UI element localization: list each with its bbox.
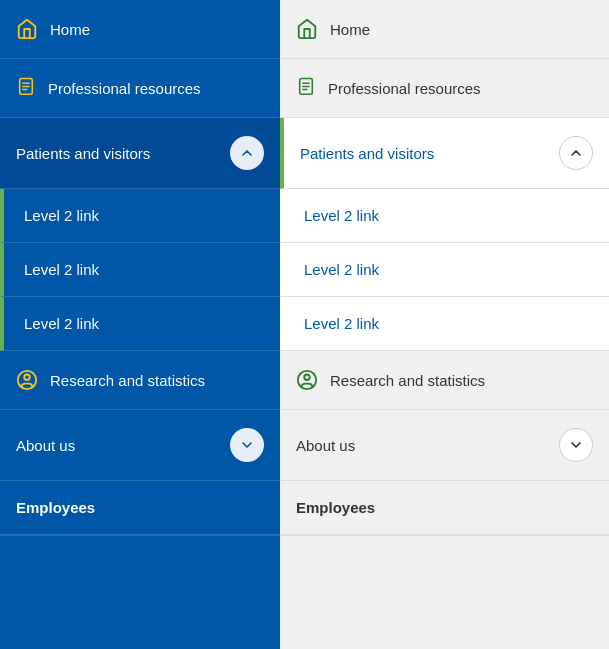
- level2-2-label: Level 2 link: [24, 261, 99, 278]
- right-employees-label: Employees: [296, 499, 375, 516]
- about-us-chevron-down[interactable]: [230, 428, 264, 462]
- employees-label: Employees: [16, 499, 95, 516]
- left-nav-level2-2[interactable]: Level 2 link: [0, 243, 280, 297]
- right-navigation: Home Professional resources Patients and…: [280, 0, 609, 649]
- right-about-us-label: About us: [296, 437, 559, 454]
- right-person-circle-icon: [296, 369, 318, 391]
- left-nav-professional-resources[interactable]: Professional resources: [0, 59, 280, 118]
- right-document-icon: [296, 77, 316, 99]
- right-patients-visitors-chevron-up[interactable]: [559, 136, 593, 170]
- level2-1-label: Level 2 link: [24, 207, 99, 224]
- home-label: Home: [50, 21, 264, 38]
- left-bottom-space: [0, 535, 280, 595]
- patients-visitors-chevron-up[interactable]: [230, 136, 264, 170]
- left-nav-home[interactable]: Home: [0, 0, 280, 59]
- right-nav-level2-1[interactable]: Level 2 link: [280, 189, 609, 243]
- professional-resources-label: Professional resources: [48, 80, 264, 97]
- left-navigation: Home Professional resources Patients and…: [0, 0, 280, 649]
- right-home-icon: [296, 18, 318, 40]
- person-circle-icon: [16, 369, 38, 391]
- left-nav-research-statistics[interactable]: Research and statistics: [0, 351, 280, 410]
- left-nav-level2-3[interactable]: Level 2 link: [0, 297, 280, 351]
- patients-visitors-label: Patients and visitors: [16, 145, 230, 162]
- right-professional-resources-label: Professional resources: [328, 80, 593, 97]
- right-level2-1-label: Level 2 link: [304, 207, 379, 224]
- right-about-us-chevron-down[interactable]: [559, 428, 593, 462]
- right-nav-patients-visitors[interactable]: Patients and visitors: [280, 118, 609, 189]
- svg-point-11: [304, 375, 310, 381]
- home-icon: [16, 18, 38, 40]
- right-nav-about-us[interactable]: About us: [280, 410, 609, 481]
- right-nav-professional-resources[interactable]: Professional resources: [280, 59, 609, 118]
- svg-point-5: [24, 375, 30, 381]
- right-nav-level2-2[interactable]: Level 2 link: [280, 243, 609, 297]
- right-home-label: Home: [330, 21, 593, 38]
- research-statistics-label: Research and statistics: [50, 372, 264, 389]
- left-nav-employees[interactable]: Employees: [0, 481, 280, 535]
- left-nav-patients-visitors[interactable]: Patients and visitors: [0, 118, 280, 189]
- about-us-label: About us: [16, 437, 230, 454]
- right-research-statistics-label: Research and statistics: [330, 372, 593, 389]
- right-nav-research-statistics[interactable]: Research and statistics: [280, 351, 609, 410]
- document-icon: [16, 77, 36, 99]
- left-nav-level2-1[interactable]: Level 2 link: [0, 189, 280, 243]
- right-nav-level2-3[interactable]: Level 2 link: [280, 297, 609, 351]
- right-level2-3-label: Level 2 link: [304, 315, 379, 332]
- level2-3-label: Level 2 link: [24, 315, 99, 332]
- right-bottom-space: [280, 535, 609, 595]
- left-nav-about-us[interactable]: About us: [0, 410, 280, 481]
- right-patients-visitors-label: Patients and visitors: [300, 145, 559, 162]
- right-nav-home[interactable]: Home: [280, 0, 609, 59]
- right-level2-2-label: Level 2 link: [304, 261, 379, 278]
- right-nav-employees[interactable]: Employees: [280, 481, 609, 535]
